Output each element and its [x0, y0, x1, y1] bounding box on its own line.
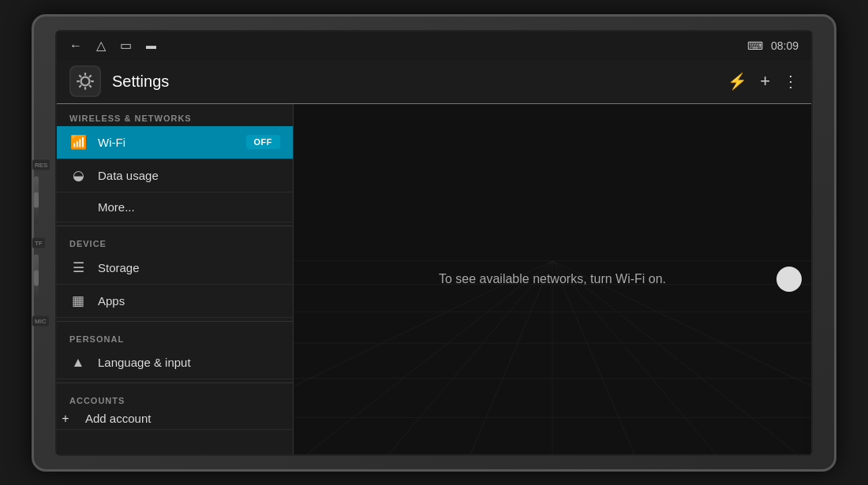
app-icon: [69, 65, 101, 97]
flash-action-button[interactable]: ⚡: [728, 72, 747, 91]
add-account-item[interactable]: + Add account: [57, 409, 293, 430]
screen: ← △ ▭ ▬ ⌨ 08:09: [55, 30, 813, 456]
svg-line-18: [380, 260, 552, 453]
data-usage-item[interactable]: ◒ Data usage: [57, 159, 293, 192]
language-icon: ▲: [69, 355, 87, 371]
add-account-icon: +: [57, 412, 74, 426]
home-button[interactable]: △: [96, 38, 106, 53]
wifi-status-message: To see available networks, turn Wi-Fi on…: [439, 272, 666, 286]
status-bar: ← △ ▭ ▬ ⌨ 08:09: [57, 32, 811, 60]
settings-list: WIRELESS & NETWORKS 📶 Wi-Fi OFF ◒ Data u…: [57, 104, 294, 454]
svg-line-19: [466, 260, 552, 453]
tf-slider[interactable]: [34, 254, 39, 301]
right-panel: To see available networks, turn Wi-Fi on…: [294, 104, 811, 454]
more-label: More...: [98, 200, 280, 214]
storage-icon: ☰: [69, 259, 87, 276]
language-item[interactable]: ▲ Language & input: [57, 347, 293, 379]
apps-icon: ▦: [69, 293, 87, 309]
wifi-icon: 📶: [69, 134, 87, 151]
wifi-item[interactable]: 📶 Wi-Fi OFF: [57, 126, 293, 159]
more-item[interactable]: More...: [57, 192, 293, 222]
apps-item[interactable]: ▦ Apps: [57, 285, 293, 318]
settings-app-icon: [71, 67, 99, 95]
section-header-wireless: WIRELESS & NETWORKS: [57, 104, 293, 126]
app-bar-actions: ⚡ + ⋮: [728, 71, 799, 91]
storage-label: Storage: [98, 261, 280, 274]
scroll-indicator[interactable]: [776, 267, 802, 292]
svg-rect-0: [71, 67, 99, 95]
menu-button[interactable]: ▬: [146, 39, 156, 51]
data-usage-icon: ◒: [69, 167, 87, 184]
app-title: Settings: [112, 73, 716, 91]
storage-item[interactable]: ☰ Storage: [57, 252, 293, 285]
more-action-button[interactable]: ⋮: [783, 72, 799, 91]
mic-label: MIC: [32, 315, 49, 326]
wifi-toggle[interactable]: OFF: [246, 135, 281, 149]
recent-button[interactable]: ▭: [120, 38, 132, 53]
svg-line-23: [552, 260, 811, 453]
back-button[interactable]: ←: [69, 39, 82, 53]
add-account-label: Add account: [85, 412, 293, 425]
res-slider[interactable]: [34, 176, 39, 223]
add-action-button[interactable]: +: [760, 71, 770, 91]
svg-line-21: [552, 260, 638, 453]
section-header-personal: PERSONAL: [57, 325, 293, 347]
location-icon: ⌨: [747, 39, 763, 52]
status-icons: ⌨ 08:09: [747, 39, 799, 52]
tf-label: TF: [32, 237, 45, 248]
device-frame: RES TF MIC ← △ ▭ ▬ ⌨ 08:09: [32, 14, 836, 472]
section-header-device: DEVICE: [57, 229, 293, 252]
clock: 08:09: [771, 39, 799, 52]
svg-line-17: [294, 260, 552, 453]
apps-label: Apps: [98, 294, 280, 308]
data-usage-label: Data usage: [98, 169, 280, 182]
section-header-accounts: ACCOUNTS: [57, 386, 293, 409]
language-label: Language & input: [98, 356, 280, 369]
side-buttons: RES TF MIC: [32, 159, 50, 326]
res-label: RES: [32, 159, 50, 170]
nav-buttons: ← △ ▭ ▬: [69, 38, 156, 53]
divider-2: [57, 321, 293, 322]
app-bar: Settings ⚡ + ⋮: [57, 60, 811, 104]
svg-line-22: [552, 260, 725, 453]
wifi-label: Wi-Fi: [98, 136, 235, 149]
divider-1: [57, 226, 293, 226]
divider-3: [57, 382, 293, 383]
main-content: WIRELESS & NETWORKS 📶 Wi-Fi OFF ◒ Data u…: [57, 104, 811, 454]
